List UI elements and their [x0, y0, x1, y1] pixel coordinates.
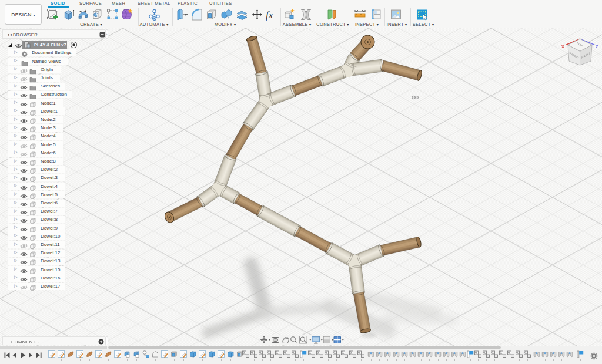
svg-text:fx: fx: [266, 9, 273, 21]
svg-text:Z: Z: [596, 44, 598, 49]
svg-text:X: X: [561, 44, 565, 49]
